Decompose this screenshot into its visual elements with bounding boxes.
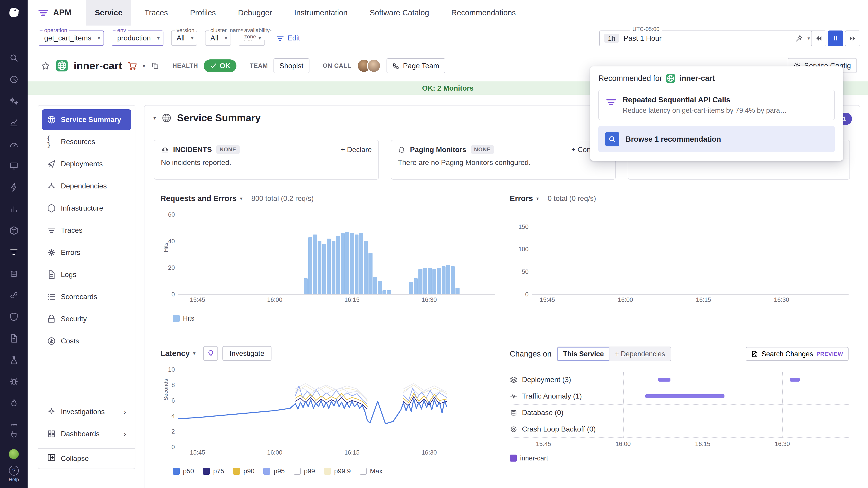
- latency-plot-area[interactable]: 0246810: [178, 366, 495, 448]
- declare-incident-button[interactable]: + Declare: [341, 145, 372, 154]
- user-avatar[interactable]: [9, 449, 19, 459]
- change-row-traffic-anomaly-1-[interactable]: Traffic Anomaly (1): [510, 388, 848, 404]
- favorite-star-icon[interactable]: [41, 61, 51, 71]
- dependencies[interactable]: Dependencies: [42, 176, 131, 196]
- change-event-bar[interactable]: [658, 378, 671, 382]
- timezone-label: UTC-05:00: [630, 26, 662, 32]
- datadog-logo[interactable]: [6, 4, 21, 21]
- legend-label: p99: [304, 467, 315, 475]
- latency-insight-bulb-button[interactable]: [203, 346, 218, 361]
- service-summary[interactable]: Service Summary: [42, 109, 131, 130]
- integrations-icon[interactable]: [6, 289, 21, 303]
- pause-button[interactable]: [828, 31, 843, 46]
- y-tick-label: 2: [171, 428, 175, 435]
- team-button[interactable]: Shopist: [274, 58, 309, 73]
- databases-icon[interactable]: [6, 267, 21, 282]
- oncall-avatars[interactable]: [357, 59, 381, 73]
- resources[interactable]: { } Resources: [42, 131, 131, 152]
- profiling-icon[interactable]: [6, 397, 21, 411]
- traces[interactable]: Traces: [42, 220, 131, 240]
- legend-item[interactable]: p90: [233, 467, 254, 475]
- legend-item[interactable]: inner-cart: [510, 454, 548, 462]
- change-event-bar[interactable]: [790, 378, 800, 382]
- metrics-icon[interactable]: [6, 116, 21, 131]
- containers-icon[interactable]: [6, 224, 21, 238]
- legend-item[interactable]: p99.9: [324, 467, 351, 475]
- copy-icon[interactable]: [151, 62, 159, 70]
- security[interactable]: Security: [42, 308, 131, 329]
- security-icon[interactable]: [6, 311, 21, 325]
- dependencies-toggle[interactable]: + Dependencies: [610, 347, 671, 361]
- hits-bar: [423, 268, 427, 294]
- sidebar-collapse-button[interactable]: Collapse: [38, 448, 135, 468]
- service-chevron-icon[interactable]: ▾: [143, 63, 145, 69]
- legend-item[interactable]: Max: [360, 467, 382, 475]
- infrastructure[interactable]: Infrastructure: [42, 198, 131, 219]
- errors[interactable]: Errors: [42, 242, 131, 263]
- version[interactable]: version All ▾: [171, 31, 197, 46]
- time-back-button[interactable]: [811, 31, 827, 46]
- change-row-crash-loop-backoff-0-[interactable]: Crash Loop Backoff (0): [510, 421, 848, 437]
- x-tick-label: 16:00: [267, 449, 282, 456]
- topnav-tab[interactable]: Service: [86, 0, 131, 26]
- scorecards[interactable]: Scorecards: [42, 287, 131, 307]
- errors-plot-area[interactable]: 050100150: [532, 210, 848, 295]
- legend-item[interactable]: p75: [203, 467, 224, 475]
- investigate-button[interactable]: Investigate: [222, 346, 272, 361]
- cluster-name[interactable]: cluster_name All ▾: [205, 31, 231, 46]
- help-button[interactable]: ? Help: [9, 466, 19, 482]
- logs-icon[interactable]: [6, 332, 21, 347]
- events-icon[interactable]: [6, 181, 21, 195]
- env[interactable]: env production ▾: [112, 31, 163, 46]
- investigations[interactable]: Investigations ›: [42, 401, 131, 422]
- topnav-tab[interactable]: Software Catalog: [361, 0, 438, 26]
- history-icon[interactable]: [6, 73, 21, 88]
- section-collapse-chevron[interactable]: ▾: [153, 115, 156, 121]
- change-row-deployment-3-[interactable]: Deployment (3): [510, 372, 848, 388]
- recommendation-item[interactable]: Repeated Sequential API Calls Reduce lat…: [598, 90, 835, 121]
- dashboards-icon[interactable]: [6, 138, 21, 152]
- operation[interactable]: operation get_cart_items ▾: [39, 31, 104, 46]
- topnav-tab[interactable]: Instrumentation: [285, 0, 356, 26]
- search-icon[interactable]: [6, 52, 21, 66]
- requests-plot-area[interactable]: 0204060: [178, 210, 495, 295]
- change-event-bar[interactable]: [645, 394, 724, 398]
- synthetics-icon[interactable]: [6, 354, 21, 368]
- pin-icon[interactable]: [795, 35, 803, 42]
- legend-item[interactable]: p50: [173, 467, 194, 475]
- page-team-button[interactable]: Page Team: [386, 58, 445, 73]
- error-tracking-icon[interactable]: [6, 375, 21, 390]
- errors-chart-title[interactable]: Errors: [510, 194, 533, 203]
- watchdog-icon[interactable]: [6, 95, 21, 109]
- sidebar-item-label: Logs: [61, 270, 76, 279]
- dashboards[interactable]: Dashboards ›: [42, 424, 131, 444]
- costs[interactable]: Costs: [42, 331, 131, 351]
- time-forward-button[interactable]: [845, 31, 860, 46]
- plug-icon[interactable]: [6, 428, 21, 443]
- logs[interactable]: Logs: [42, 264, 131, 285]
- apm-logo-icon: [38, 7, 49, 18]
- topnav-tab[interactable]: Debugger: [229, 0, 281, 26]
- this-service-toggle[interactable]: This Service: [557, 347, 609, 361]
- infrastructure-icon[interactable]: [6, 160, 21, 174]
- availability-zone[interactable]: availability-zone All ▾: [239, 31, 265, 46]
- health-status-badge[interactable]: OK: [204, 59, 237, 72]
- latency-chart-title[interactable]: Latency: [160, 349, 190, 358]
- legend-item[interactable]: p95: [264, 467, 285, 475]
- legend-item[interactable]: Hits: [173, 315, 194, 322]
- legend-item[interactable]: p99: [293, 467, 315, 475]
- topnav-tab[interactable]: Recommendations: [442, 0, 525, 26]
- edit-filters-button[interactable]: Edit: [276, 34, 300, 42]
- topnav-tab[interactable]: Profiles: [181, 0, 225, 26]
- apm-icon[interactable]: [6, 246, 21, 260]
- search-changes-button[interactable]: Search Changes PREVIEW: [746, 347, 848, 361]
- service-map-icon[interactable]: [6, 203, 21, 217]
- time-range-selector[interactable]: 1h Past 1 Hour ▾: [599, 31, 815, 46]
- popup-header-label: Recommended for: [598, 74, 662, 83]
- requests-chart-title[interactable]: Requests and Errors: [160, 194, 237, 203]
- browse-recommendations-button[interactable]: Browse 1 recommendation: [598, 126, 835, 153]
- deployments[interactable]: Deployments: [42, 154, 131, 174]
- topnav-tab[interactable]: Traces: [135, 0, 177, 26]
- change-row-database-0-[interactable]: Database (0): [510, 404, 848, 421]
- legend-label: p99.9: [334, 467, 351, 475]
